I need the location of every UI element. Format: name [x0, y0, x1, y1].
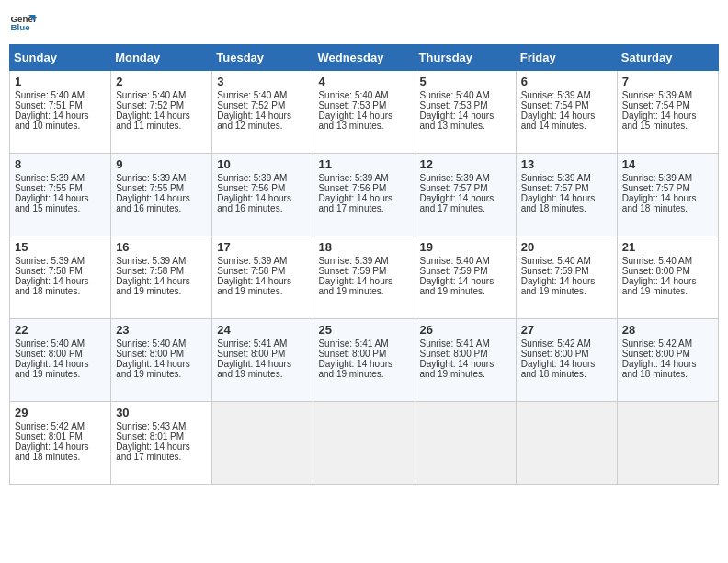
sunrise-text: Sunrise: 5:39 AM	[116, 173, 207, 183]
page-header: General Blue	[9, 9, 719, 37]
day-number: 26	[420, 323, 511, 337]
calendar-cell: 28Sunrise: 5:42 AMSunset: 8:00 PMDayligh…	[617, 319, 718, 402]
day-number: 16	[116, 240, 207, 254]
day-number: 7	[622, 75, 713, 88]
sunset-text: Sunset: 8:00 PM	[622, 266, 713, 276]
sunset-text: Sunset: 8:00 PM	[15, 349, 106, 359]
daylight-text: Daylight: 14 hours and 14 minutes.	[521, 110, 612, 131]
calendar-cell: 27Sunrise: 5:42 AMSunset: 8:00 PMDayligh…	[516, 319, 617, 402]
calendar-cell: 26Sunrise: 5:41 AMSunset: 8:00 PMDayligh…	[415, 319, 516, 402]
calendar-cell: 14Sunrise: 5:39 AMSunset: 7:57 PMDayligh…	[617, 154, 718, 236]
sunrise-text: Sunrise: 5:39 AM	[318, 256, 409, 266]
sunset-text: Sunset: 7:52 PM	[116, 100, 207, 110]
sunrise-text: Sunrise: 5:39 AM	[15, 256, 106, 266]
day-number: 23	[116, 323, 207, 337]
calendar-week-row: 15Sunrise: 5:39 AMSunset: 7:58 PMDayligh…	[10, 236, 719, 319]
sunrise-text: Sunrise: 5:41 AM	[318, 339, 409, 349]
calendar-cell	[617, 402, 718, 485]
sunset-text: Sunset: 7:59 PM	[420, 266, 511, 276]
day-number: 10	[217, 157, 308, 171]
sunrise-text: Sunrise: 5:40 AM	[420, 256, 511, 266]
daylight-text: Daylight: 14 hours and 18 minutes.	[15, 442, 106, 462]
daylight-text: Daylight: 14 hours and 19 minutes.	[318, 359, 409, 379]
day-number: 27	[521, 323, 612, 337]
sunset-text: Sunset: 7:58 PM	[217, 266, 308, 276]
sunset-text: Sunset: 8:00 PM	[521, 349, 612, 359]
daylight-text: Daylight: 14 hours and 19 minutes.	[217, 359, 308, 379]
daylight-text: Daylight: 14 hours and 15 minutes.	[15, 193, 106, 213]
calendar-cell: 7Sunrise: 5:39 AMSunset: 7:54 PMDaylight…	[617, 71, 718, 154]
calendar-cell	[415, 402, 516, 485]
daylight-text: Daylight: 14 hours and 19 minutes.	[420, 276, 511, 296]
daylight-text: Daylight: 14 hours and 19 minutes.	[116, 276, 207, 296]
calendar-cell: 17Sunrise: 5:39 AMSunset: 7:58 PMDayligh…	[212, 236, 313, 319]
daylight-text: Daylight: 14 hours and 17 minutes.	[318, 193, 409, 213]
daylight-text: Daylight: 14 hours and 13 minutes.	[420, 110, 511, 131]
sunrise-text: Sunrise: 5:39 AM	[15, 173, 106, 183]
calendar-cell: 13Sunrise: 5:39 AMSunset: 7:57 PMDayligh…	[516, 154, 617, 236]
calendar-cell: 12Sunrise: 5:39 AMSunset: 7:57 PMDayligh…	[415, 154, 516, 236]
sunrise-text: Sunrise: 5:40 AM	[521, 256, 612, 266]
calendar-cell: 9Sunrise: 5:39 AMSunset: 7:55 PMDaylight…	[111, 154, 212, 236]
calendar-cell: 23Sunrise: 5:40 AMSunset: 8:00 PMDayligh…	[111, 319, 212, 402]
day-number: 2	[116, 75, 207, 88]
sunset-text: Sunset: 8:00 PM	[622, 349, 713, 359]
day-number: 24	[217, 323, 308, 337]
sunrise-text: Sunrise: 5:39 AM	[318, 173, 409, 183]
sunrise-text: Sunrise: 5:42 AM	[521, 339, 612, 349]
daylight-text: Daylight: 14 hours and 16 minutes.	[116, 193, 207, 213]
calendar-cell	[516, 402, 617, 485]
calendar-cell: 5Sunrise: 5:40 AMSunset: 7:53 PMDaylight…	[415, 71, 516, 154]
sunset-text: Sunset: 7:54 PM	[521, 100, 612, 110]
daylight-text: Daylight: 14 hours and 18 minutes.	[15, 276, 106, 296]
day-number: 4	[318, 75, 409, 88]
day-number: 8	[15, 157, 106, 171]
sunset-text: Sunset: 7:55 PM	[15, 183, 106, 193]
sunset-text: Sunset: 7:59 PM	[521, 266, 612, 276]
daylight-text: Daylight: 14 hours and 19 minutes.	[420, 359, 511, 379]
day-number: 20	[521, 240, 612, 254]
sunrise-text: Sunrise: 5:40 AM	[318, 90, 409, 100]
day-number: 18	[318, 240, 409, 254]
sunset-text: Sunset: 7:56 PM	[318, 183, 409, 193]
daylight-text: Daylight: 14 hours and 12 minutes.	[217, 110, 308, 131]
day-number: 17	[217, 240, 308, 254]
day-number: 11	[318, 157, 409, 171]
sunrise-text: Sunrise: 5:39 AM	[622, 90, 713, 100]
daylight-text: Daylight: 14 hours and 15 minutes.	[622, 110, 713, 131]
weekday-monday: Monday	[111, 45, 212, 71]
calendar-cell: 30Sunrise: 5:43 AMSunset: 8:01 PMDayligh…	[111, 402, 212, 485]
sunrise-text: Sunrise: 5:39 AM	[521, 90, 612, 100]
sunset-text: Sunset: 8:00 PM	[217, 349, 308, 359]
day-number: 9	[116, 157, 207, 171]
daylight-text: Daylight: 14 hours and 16 minutes.	[217, 193, 308, 213]
sunrise-text: Sunrise: 5:40 AM	[15, 339, 106, 349]
calendar-cell: 16Sunrise: 5:39 AMSunset: 7:58 PMDayligh…	[111, 236, 212, 319]
weekday-friday: Friday	[516, 45, 617, 71]
daylight-text: Daylight: 14 hours and 19 minutes.	[15, 359, 106, 379]
day-number: 29	[15, 406, 106, 419]
day-number: 1	[15, 75, 106, 88]
sunrise-text: Sunrise: 5:39 AM	[217, 173, 308, 183]
sunset-text: Sunset: 7:56 PM	[217, 183, 308, 193]
calendar-cell: 24Sunrise: 5:41 AMSunset: 8:00 PMDayligh…	[212, 319, 313, 402]
day-number: 21	[622, 240, 713, 254]
weekday-wednesday: Wednesday	[313, 45, 415, 71]
calendar-cell	[313, 402, 415, 485]
weekday-sunday: Sunday	[10, 45, 111, 71]
sunset-text: Sunset: 7:52 PM	[217, 100, 308, 110]
daylight-text: Daylight: 14 hours and 18 minutes.	[622, 193, 713, 213]
sunset-text: Sunset: 8:00 PM	[116, 349, 207, 359]
sunset-text: Sunset: 8:01 PM	[116, 431, 207, 442]
calendar-body: 1Sunrise: 5:40 AMSunset: 7:51 PMDaylight…	[10, 71, 719, 485]
sunrise-text: Sunrise: 5:40 AM	[420, 90, 511, 100]
day-number: 28	[622, 323, 713, 337]
calendar-cell: 11Sunrise: 5:39 AMSunset: 7:56 PMDayligh…	[313, 154, 415, 236]
weekday-saturday: Saturday	[617, 45, 718, 71]
sunrise-text: Sunrise: 5:39 AM	[622, 173, 713, 183]
sunset-text: Sunset: 7:51 PM	[15, 100, 106, 110]
sunrise-text: Sunrise: 5:40 AM	[622, 256, 713, 266]
calendar-week-row: 1Sunrise: 5:40 AMSunset: 7:51 PMDaylight…	[10, 71, 719, 154]
calendar-cell: 3Sunrise: 5:40 AMSunset: 7:52 PMDaylight…	[212, 71, 313, 154]
calendar-cell	[212, 402, 313, 485]
